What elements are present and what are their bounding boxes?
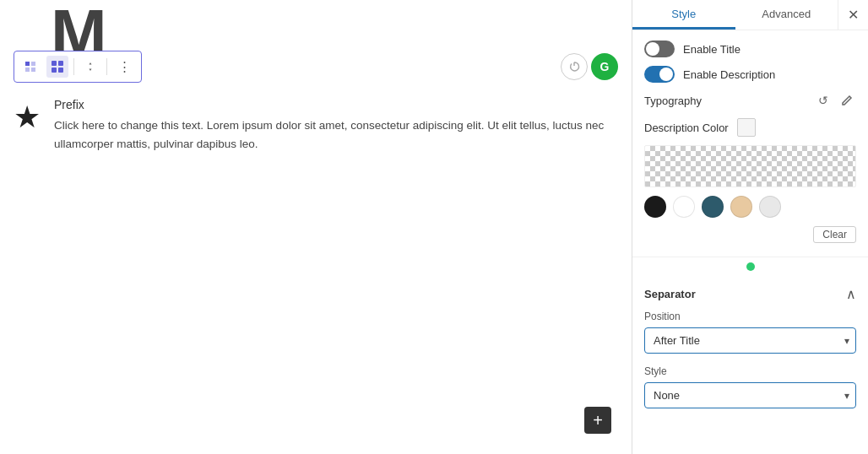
enable-title-row: ➤ Enable Title [644, 41, 856, 57]
right-panel: Style Advanced ✕ ➤ Enable Title Enable D… [632, 0, 868, 454]
grammarly-button[interactable]: G [591, 53, 618, 80]
toolbar-grid-btn[interactable] [46, 56, 68, 78]
style-select-wrapper: None Solid Dashed Dotted ▾ [644, 382, 856, 408]
svg-rect-3 [31, 68, 35, 72]
panel-close-button[interactable]: ✕ [838, 0, 868, 30]
style-select[interactable]: None Solid Dashed Dotted [644, 382, 856, 408]
toolbar-divider-2 [106, 58, 107, 75]
toolbar-more-btn[interactable]: ⋮ [112, 55, 136, 78]
content-area: ★ Prefix Click here to change this text.… [14, 98, 618, 153]
enable-title-section: ➤ Enable Title Enable Description Typogr… [632, 30, 868, 257]
typography-label: Typography [644, 95, 702, 107]
star-icon: ★ [14, 100, 41, 135]
svg-rect-4 [52, 61, 57, 66]
enable-description-row: Enable Description [644, 66, 856, 83]
position-label: Position [644, 311, 856, 322]
style-label: Style [644, 365, 856, 377]
tab-advanced[interactable]: Advanced [735, 1, 838, 30]
color-preset-black[interactable] [644, 196, 666, 218]
dot-indicator [746, 262, 755, 271]
toggle-knob [646, 42, 659, 56]
chevron-up-icon: ∧ [846, 286, 856, 302]
tab-style[interactable]: Style [632, 1, 735, 30]
add-button[interactable]: + [584, 407, 611, 434]
text-content: Prefix Click here to change this text. L… [54, 98, 618, 153]
description-color-swatch[interactable] [737, 118, 756, 137]
color-picker-checker[interactable] [644, 145, 856, 187]
color-preset-peach[interactable] [730, 196, 752, 218]
separator-body: Position After Title Before Title After … [632, 311, 868, 430]
toggle-knob-desc [659, 68, 673, 81]
enable-description-toggle[interactable] [644, 66, 675, 83]
enable-title-label: Enable Title [683, 43, 741, 56]
position-select[interactable]: After Title Before Title After Descripti… [644, 327, 856, 354]
svg-rect-7 [58, 68, 63, 73]
toolbar: ⋮ G [14, 51, 618, 83]
clear-row: Clear [644, 226, 856, 243]
position-select-wrapper: After Title Before Title After Descripti… [644, 327, 856, 354]
prefix-label: Prefix [54, 98, 618, 111]
svg-rect-0 [25, 62, 30, 66]
panel-top-bar: Style Advanced ✕ [632, 0, 868, 30]
toolbar-divider [73, 58, 74, 75]
toolbar-icon-btn[interactable] [19, 56, 41, 78]
separator-header[interactable]: Separator ∧ [632, 276, 868, 311]
enable-title-toggle[interactable] [644, 41, 675, 57]
toolbar-arrows-btn[interactable] [79, 56, 101, 78]
svg-rect-1 [31, 62, 35, 66]
color-preset-white[interactable] [673, 196, 695, 218]
description-text[interactable]: Click here to change this text. Lorem ip… [54, 116, 618, 153]
typography-actions: ↺ [814, 91, 856, 110]
description-color-row: Description Color [644, 118, 856, 137]
toolbar-group: ⋮ [14, 51, 142, 83]
typography-reset-btn[interactable]: ↺ [814, 91, 833, 110]
clear-button[interactable]: Clear [813, 226, 856, 243]
svg-rect-6 [52, 68, 57, 73]
svg-rect-5 [58, 61, 63, 66]
separator-section: Separator ∧ Position After Title Before … [632, 276, 868, 430]
enable-description-label: Enable Description [683, 68, 775, 81]
left-panel: M ⋮ G ★ Prefix Click here to change t [0, 0, 632, 454]
separator-title: Separator [644, 288, 696, 300]
color-preset-dark-teal[interactable] [702, 196, 724, 218]
color-preset-light-gray[interactable] [759, 196, 781, 218]
description-color-label: Description Color [644, 122, 729, 134]
typography-edit-btn[interactable] [838, 91, 856, 110]
color-presets [644, 196, 856, 218]
svg-rect-2 [25, 68, 30, 72]
typography-row: Typography ↺ [644, 91, 856, 110]
power-button[interactable] [561, 53, 588, 80]
